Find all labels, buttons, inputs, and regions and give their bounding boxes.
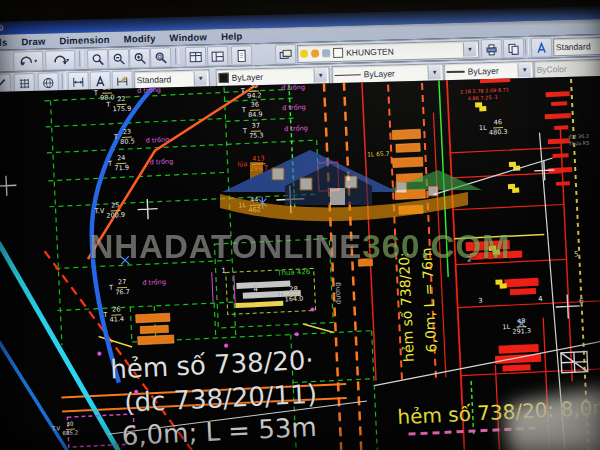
survey-point-yellow-icon xyxy=(475,101,526,290)
color-value: ByLayer xyxy=(232,72,263,83)
utility-lines-yellow xyxy=(87,76,589,450)
linetype-value: ByLayer xyxy=(364,68,395,79)
layer-on-bulb-icon xyxy=(300,50,308,58)
viewports-icon[interactable] xyxy=(207,46,229,67)
zoom-previous-icon[interactable] xyxy=(129,48,151,69)
zoom-window-icon[interactable] xyxy=(87,49,109,70)
text-style-combo[interactable]: Standard ▾ xyxy=(553,37,600,57)
undo-arc-icon[interactable] xyxy=(13,51,44,72)
lineweight-sample-line xyxy=(447,71,465,73)
canal-blue-line xyxy=(0,337,91,450)
dim-style-value: Standard xyxy=(137,74,172,85)
linetype-sample-line xyxy=(335,74,361,76)
redo-arc-icon[interactable] xyxy=(45,50,76,71)
menu-tools[interactable]: Tools xyxy=(0,34,15,50)
menu-window[interactable]: Window xyxy=(162,29,214,45)
layer-combo-value: KHUNGTEN xyxy=(346,46,394,57)
chevron-down-icon[interactable]: ▾ xyxy=(194,71,207,85)
zoom-realtime-icon[interactable] xyxy=(108,48,130,69)
buildings-orange xyxy=(128,129,432,345)
layer-lock-icon xyxy=(322,49,330,57)
menu-modify[interactable]: Modify xyxy=(117,31,163,47)
monitor-photo: QH-20 ToolsDrawDimensionModifyWindowHelp xyxy=(0,0,600,450)
color-swatch xyxy=(219,73,229,83)
canal-cyan-line xyxy=(0,222,139,450)
buildings-hatched xyxy=(234,280,301,308)
chevron-down-icon[interactable]: ▾ xyxy=(463,42,476,56)
layer-properties-icon[interactable] xyxy=(275,44,297,65)
publish-icon[interactable] xyxy=(503,38,525,59)
plot-preview-icon[interactable] xyxy=(481,39,503,60)
named-views-icon[interactable] xyxy=(185,46,207,67)
text-style-value: Standard xyxy=(556,41,591,52)
layer-color-swatch xyxy=(333,48,343,58)
separator xyxy=(62,73,66,89)
text-style-icon[interactable] xyxy=(531,37,553,58)
window-title: QH-20 xyxy=(0,23,4,34)
buildings-red xyxy=(458,76,583,373)
sheet-icon[interactable] xyxy=(231,45,253,66)
menu-draw[interactable]: Draw xyxy=(14,33,52,49)
menu-dimension[interactable]: Dimension xyxy=(52,32,117,49)
zoom-extents-icon[interactable] xyxy=(150,47,172,68)
parcel-lines-green-bright xyxy=(289,76,474,444)
chevron-down-icon[interactable]: ▾ xyxy=(427,65,440,79)
drawing-canvas[interactable]: hẻm số 738/20·(dc 738/20/11)6,0m; L = 53… xyxy=(0,76,600,450)
separator xyxy=(79,51,83,67)
layer-combo[interactable]: KHUNGTEN ▾ xyxy=(297,40,479,63)
road-lines-orange xyxy=(47,78,440,450)
separator xyxy=(525,39,529,55)
notes-magenta xyxy=(61,257,541,450)
autocad-window: QH-20 ToolsDrawDimensionModifyWindowHelp xyxy=(0,6,600,450)
layer-freeze-sun-icon xyxy=(311,49,319,57)
menu-help[interactable]: Help xyxy=(214,28,250,44)
chevron-down-icon[interactable]: ▾ xyxy=(314,68,327,82)
lineweight-value: ByLayer xyxy=(468,66,499,77)
separator xyxy=(175,48,179,64)
chevron-down-icon[interactable]: ▾ xyxy=(517,63,530,77)
cad-geometry xyxy=(0,76,600,450)
plot-style-value: ByColor xyxy=(536,64,566,75)
